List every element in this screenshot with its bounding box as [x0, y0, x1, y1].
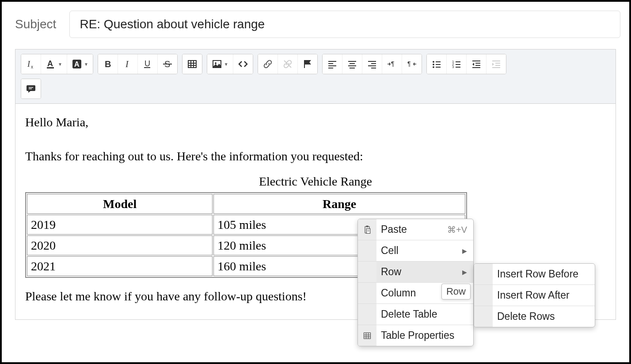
- number-list-icon: 123: [451, 59, 462, 69]
- svg-text:U: U: [144, 59, 150, 68]
- toolbar-group-lists: 123: [426, 54, 506, 74]
- clear-format-icon: Ix: [26, 59, 36, 69]
- greeting-text: Hello Maria,: [25, 114, 606, 131]
- table-wrapper: Electric Vehicle Range Model Range 2019 …: [25, 173, 606, 278]
- bullet-list-icon: [431, 59, 442, 69]
- toolbar-group-align: ¶ ¶: [322, 54, 422, 74]
- underline-icon: U: [142, 59, 153, 69]
- submenu-row: Insert Row Before Insert Row After Delet…: [474, 263, 595, 327]
- toolbar: Ix A▼ A▼ B I U S ▼: [15, 49, 616, 104]
- comment-icon: [26, 83, 36, 94]
- table-icon: [187, 59, 198, 69]
- svg-text:x: x: [31, 64, 33, 69]
- link-button[interactable]: [258, 54, 278, 74]
- menu-item-cell[interactable]: Cell ▶: [358, 240, 473, 261]
- svg-rect-58: [366, 228, 370, 233]
- clear-format-button[interactable]: Ix: [21, 54, 41, 74]
- svg-point-36: [433, 66, 434, 68]
- toolbar-group-links: [258, 54, 318, 74]
- bg-color-button[interactable]: A▼: [67, 54, 93, 74]
- chevron-right-icon: ▶: [462, 247, 467, 254]
- unlink-button[interactable]: [278, 54, 298, 74]
- menu-item-table-properties[interactable]: Table Properties: [358, 325, 473, 346]
- svg-text:I: I: [125, 59, 129, 69]
- table-icon: [363, 331, 372, 340]
- bold-button[interactable]: B: [98, 54, 118, 74]
- align-right-button[interactable]: [362, 54, 382, 74]
- ltr-icon: ¶: [387, 59, 397, 69]
- table-cell[interactable]: 2020: [27, 235, 213, 255]
- code-icon: [238, 59, 248, 69]
- italic-button[interactable]: I: [118, 54, 138, 74]
- toolbar-group-table: [182, 54, 202, 74]
- menu-item-column[interactable]: Column Row: [358, 283, 473, 303]
- comment-button[interactable]: [21, 79, 41, 99]
- ltr-button[interactable]: ¶: [382, 54, 402, 74]
- svg-rect-12: [188, 61, 196, 68]
- text-color-icon: A: [46, 59, 56, 69]
- table-cell[interactable]: 2021: [27, 256, 213, 276]
- align-left-button[interactable]: [323, 54, 342, 74]
- svg-rect-9: [144, 67, 150, 68]
- svg-text:B: B: [105, 59, 111, 69]
- strike-icon: S: [162, 59, 173, 69]
- text-color-button[interactable]: A▼: [41, 54, 67, 74]
- context-menu: Paste ⌘+V Cell ▶ Row ▶ Column Row Delete…: [357, 219, 474, 346]
- svg-text:¶: ¶: [391, 60, 395, 67]
- strike-button[interactable]: S: [158, 54, 177, 74]
- outdent-icon: [471, 59, 482, 69]
- subject-row: Subject: [2, 2, 629, 42]
- link-icon: [262, 59, 273, 69]
- menu-item-delete-table[interactable]: Delete Table: [358, 304, 473, 325]
- bullet-list-button[interactable]: [427, 54, 447, 74]
- rtl-button[interactable]: ¶: [402, 54, 422, 74]
- align-center-button[interactable]: [342, 54, 362, 74]
- underline-button[interactable]: U: [138, 54, 158, 74]
- indent-button[interactable]: [487, 54, 506, 74]
- menu-shortcut: ⌘+V: [447, 224, 467, 235]
- subject-label: Subject: [15, 17, 56, 31]
- flag-icon: [302, 59, 313, 69]
- svg-point-18: [215, 62, 217, 64]
- table-header-model[interactable]: Model: [27, 194, 213, 214]
- submenu-item-insert-before[interactable]: Insert Row Before: [474, 264, 595, 284]
- tooltip-row: Row: [441, 284, 471, 300]
- flag-button[interactable]: [298, 54, 317, 74]
- image-icon: [212, 59, 222, 69]
- code-button[interactable]: [233, 54, 253, 74]
- bold-icon: B: [103, 59, 113, 69]
- svg-rect-11: [163, 64, 172, 64]
- number-list-button[interactable]: 123: [447, 54, 467, 74]
- table-header-row: Model Range: [27, 194, 465, 214]
- toolbar-group-format: Ix A▼ A▼: [21, 54, 93, 74]
- table-caption: Electric Vehicle Range: [25, 173, 606, 190]
- paste-icon: [363, 225, 372, 234]
- svg-text:A: A: [47, 59, 53, 68]
- italic-icon: I: [122, 59, 133, 69]
- align-center-icon: [347, 59, 357, 69]
- menu-item-row[interactable]: Row ▶: [358, 262, 473, 282]
- toolbar-group-text: B I U S: [98, 54, 178, 74]
- unlink-icon: [282, 59, 293, 69]
- svg-text:I: I: [27, 60, 30, 68]
- svg-rect-3: [47, 67, 54, 68]
- menu-item-paste[interactable]: Paste ⌘+V: [358, 219, 473, 240]
- table-header-range[interactable]: Range: [213, 194, 465, 214]
- submenu-item-insert-after[interactable]: Insert Row After: [474, 285, 595, 306]
- align-right-icon: [367, 59, 377, 69]
- image-button[interactable]: ▼: [207, 54, 233, 74]
- indent-icon: [491, 59, 502, 69]
- svg-point-34: [433, 61, 434, 63]
- outdent-button[interactable]: [467, 54, 487, 74]
- table-button[interactable]: [182, 54, 202, 74]
- toolbar-group-media: ▼: [207, 54, 253, 74]
- bg-color-icon: A: [72, 59, 82, 69]
- svg-text:A: A: [74, 61, 80, 68]
- submenu-item-delete-rows[interactable]: Delete Rows: [474, 306, 595, 327]
- svg-rect-61: [364, 333, 371, 338]
- chevron-right-icon: ▶: [462, 269, 467, 276]
- svg-rect-57: [366, 225, 369, 227]
- align-left-icon: [327, 59, 338, 69]
- table-cell[interactable]: 2019: [27, 215, 213, 235]
- subject-input[interactable]: [69, 11, 620, 38]
